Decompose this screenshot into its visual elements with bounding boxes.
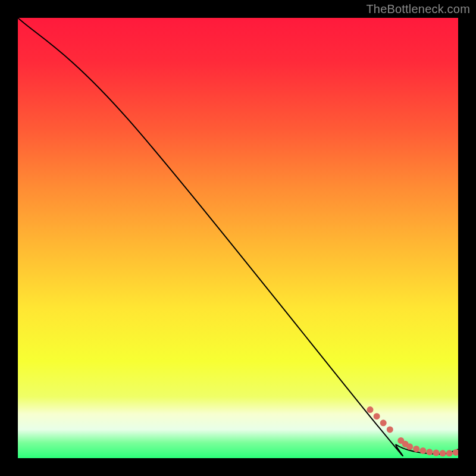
chart-svg: [18, 18, 458, 458]
optimum-point: [413, 446, 419, 452]
optimum-point: [433, 450, 440, 456]
optimum-point: [380, 419, 387, 426]
plot-area: [18, 18, 458, 458]
optimum-point: [374, 413, 380, 419]
optimum-point: [419, 447, 426, 454]
optimum-point: [406, 443, 413, 450]
watermark-text: TheBottleneck.com: [366, 2, 470, 16]
optimum-point: [446, 450, 453, 456]
optimum-point: [440, 450, 446, 456]
heatmap-background: [18, 18, 458, 458]
optimum-point: [426, 449, 433, 455]
optimum-point: [367, 406, 374, 413]
chart-stage: TheBottleneck.com: [0, 0, 476, 476]
optimum-point: [387, 426, 393, 433]
